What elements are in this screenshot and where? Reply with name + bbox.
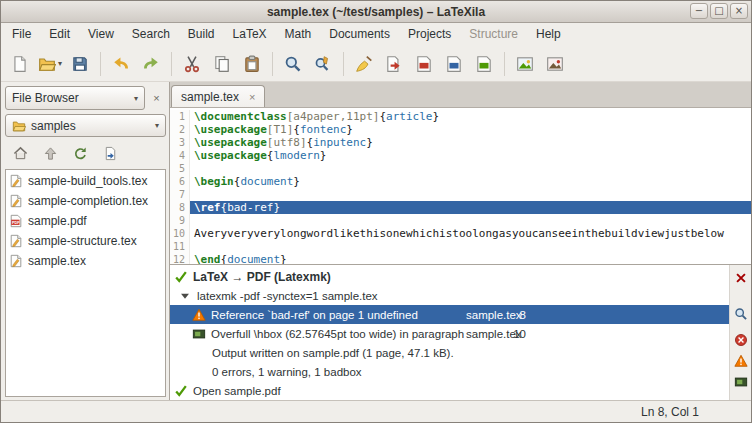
line-number[interactable]: 2: [170, 123, 190, 136]
parent-directory-button[interactable]: [37, 142, 64, 164]
editor-line-9[interactable]: 9: [170, 214, 751, 227]
line-number[interactable]: 3: [170, 136, 190, 149]
build-row-1[interactable]: LaTeX → PDF (Latexmk): [170, 267, 729, 286]
file-item[interactable]: PDFsample.pdf: [6, 211, 165, 231]
show-details-button[interactable]: [732, 305, 750, 323]
directory-label: samples: [31, 119, 76, 133]
compile-latexmk-button[interactable]: [380, 50, 408, 78]
refresh-button[interactable]: [67, 142, 94, 164]
compile-latex-button[interactable]: [410, 50, 438, 78]
search-button[interactable]: [279, 50, 307, 78]
convert-dvi-pdf-button[interactable]: [440, 50, 468, 78]
new-file-button[interactable]: [6, 50, 34, 78]
close-button[interactable]: ×: [730, 3, 748, 19]
menu-build[interactable]: Build: [179, 23, 224, 46]
menu-help[interactable]: Help: [527, 23, 570, 46]
show-errors-button[interactable]: [732, 331, 750, 349]
view-pdf-button[interactable]: [541, 50, 569, 78]
file-item[interactable]: sample-structure.tex: [6, 231, 165, 251]
menu-file[interactable]: File: [3, 23, 40, 46]
editor-line-8[interactable]: 8\ref{bad-ref}: [170, 201, 751, 214]
menu-view[interactable]: View: [79, 23, 123, 46]
jump-to-document-button[interactable]: [97, 142, 124, 164]
replace-icon: [314, 55, 332, 73]
paste-button[interactable]: [238, 50, 266, 78]
menu-projects[interactable]: Projects: [399, 23, 460, 46]
view-dvi-button[interactable]: [511, 50, 539, 78]
menu-edit[interactable]: Edit: [40, 23, 79, 46]
doc-red-icon: [415, 55, 433, 73]
editor-line-3[interactable]: 3\usepackage[utf8]{inputenc}: [170, 136, 751, 149]
line-number[interactable]: 5: [170, 162, 190, 175]
menu-math[interactable]: Math: [276, 23, 321, 46]
line-number[interactable]: 12: [170, 253, 190, 264]
line-number[interactable]: 10: [170, 227, 190, 240]
directory-combo[interactable]: samples ▾: [5, 114, 166, 137]
menu-structure[interactable]: Structure: [460, 23, 527, 46]
titlebar[interactable]: sample.tex (~/test/samples) – LaTeXila −…: [1, 1, 751, 23]
line-number[interactable]: 1: [170, 110, 190, 123]
file-name: sample.tex: [28, 254, 86, 268]
build-message: 0 errors, 1 warning, 1 badbox: [212, 366, 362, 378]
undo-icon: [112, 55, 130, 73]
close-build-view-button[interactable]: [732, 269, 750, 287]
maximize-button[interactable]: □: [710, 3, 728, 19]
build-row-5[interactable]: Output written on sample.pdf (1 page, 47…: [170, 343, 729, 362]
open-file-button[interactable]: ▾: [36, 50, 64, 78]
source-editor[interactable]: 1\documentclass[a4paper,11pt]{article}2\…: [170, 108, 751, 264]
line-code: \usepackage[T1]{fontenc}: [190, 123, 751, 136]
editor-line-1[interactable]: 1\documentclass[a4paper,11pt]{article}: [170, 110, 751, 123]
editor-line-11[interactable]: 11: [170, 240, 751, 253]
cut-button[interactable]: [178, 50, 206, 78]
toolbar-separator: [343, 52, 344, 76]
tab-close-icon[interactable]: ×: [249, 91, 255, 103]
file-item[interactable]: sample-build_tools.tex: [6, 171, 165, 191]
convert-dvi-ps-button[interactable]: [470, 50, 498, 78]
redo-button[interactable]: [137, 50, 165, 78]
build-row-6[interactable]: 0 errors, 1 warning, 1 badbox: [170, 362, 729, 381]
editor-line-10[interactable]: 10Averyveryverylongwordlikethisonewhichi…: [170, 227, 751, 240]
doc-green-icon: [475, 55, 493, 73]
editor-line-12[interactable]: 12\end{document}: [170, 253, 751, 264]
line-code: [190, 162, 751, 175]
editor-line-5[interactable]: 5: [170, 162, 751, 175]
search-replace-button[interactable]: [309, 50, 337, 78]
build-row-3[interactable]: Reference `bad-ref' on page 1 undefineds…: [170, 305, 729, 324]
show-badboxes-button[interactable]: [732, 373, 750, 391]
line-code: \usepackage{lmodern}: [190, 149, 751, 162]
build-message: LaTeX → PDF (Latexmk): [193, 270, 331, 284]
tab-sample-tex[interactable]: sample.tex ×: [171, 85, 265, 107]
line-number[interactable]: 9: [170, 214, 190, 227]
build-row-7[interactable]: Open sample.pdf: [170, 381, 729, 400]
file-item[interactable]: sample.tex: [6, 251, 165, 271]
editor-line-7[interactable]: 7: [170, 188, 751, 201]
side-panel-header: File Browser ▾ ×: [5, 86, 166, 110]
menu-latex[interactable]: LaTeX: [224, 23, 276, 46]
clean-build-files-button[interactable]: [350, 50, 378, 78]
up-icon: [43, 146, 58, 161]
image-red-icon: [546, 55, 564, 73]
menu-documents[interactable]: Documents: [320, 23, 399, 46]
close-side-panel-button[interactable]: ×: [147, 89, 166, 108]
line-number[interactable]: 4: [170, 149, 190, 162]
file-item[interactable]: sample-completion.tex: [6, 191, 165, 211]
minimize-button[interactable]: −: [690, 3, 708, 19]
undo-button[interactable]: [107, 50, 135, 78]
editor-line-2[interactable]: 2\usepackage[T1]{fontenc}: [170, 123, 751, 136]
show-warnings-button[interactable]: [732, 352, 750, 370]
broom-icon: [355, 55, 373, 73]
side-panel-selector-combo[interactable]: File Browser ▾: [5, 86, 145, 110]
line-number[interactable]: 7: [170, 188, 190, 201]
build-row-2[interactable]: latexmk -pdf -synctex=1 sample.tex: [170, 286, 729, 305]
save-button[interactable]: [66, 50, 94, 78]
copy-button[interactable]: [208, 50, 236, 78]
menu-search[interactable]: Search: [123, 23, 179, 46]
editor-line-4[interactable]: 4\usepackage{lmodern}: [170, 149, 751, 162]
chevron-down-icon: ▾: [58, 59, 62, 68]
line-number[interactable]: 8: [170, 201, 190, 214]
line-number[interactable]: 11: [170, 240, 190, 253]
home-button[interactable]: [7, 142, 34, 164]
editor-line-6[interactable]: 6\begin{document}: [170, 175, 751, 188]
line-number[interactable]: 6: [170, 175, 190, 188]
build-row-4[interactable]: Overfull \hbox (62.57645pt too wide) in …: [170, 324, 729, 343]
